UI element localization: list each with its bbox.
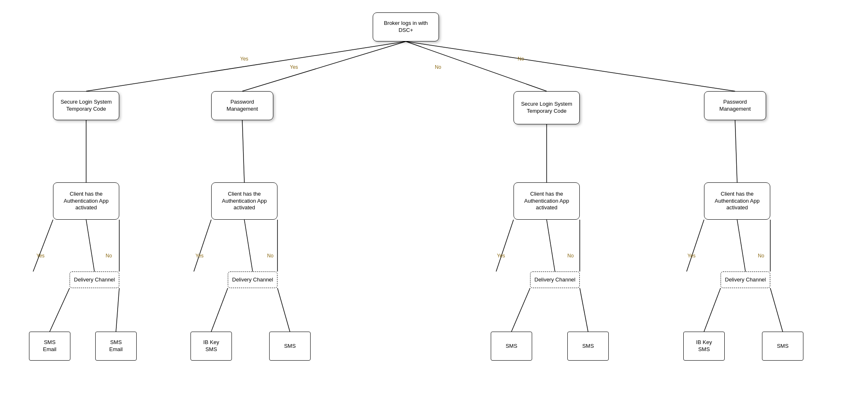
svg-line-22: [194, 220, 211, 272]
node-auth-app-3: Client has the Authentication App activa…: [514, 182, 580, 220]
svg-line-15: [277, 288, 290, 332]
svg-line-24: [496, 220, 514, 272]
diagram-container: Broker logs in with DSC+ Secure Login Sy…: [0, 0, 868, 400]
label-yes-a2: Yes: [195, 253, 204, 259]
label-no-a2: No: [267, 253, 273, 259]
node-auth-app-1: Client has the Authentication App activa…: [53, 182, 119, 220]
svg-line-20: [33, 220, 53, 272]
leaf-sms-4: SMS: [762, 332, 803, 361]
root-node: Broker logs in with DSC+: [373, 12, 439, 41]
leaf-ibkey-sms-1: IB Key SMS: [190, 332, 232, 361]
node-secure-login-1: Secure Login System Temporary Code: [53, 91, 119, 120]
label-yes-a3: Yes: [497, 253, 505, 259]
svg-line-3: [406, 41, 735, 91]
svg-line-11: [737, 220, 745, 272]
leaf-sms-2: SMS: [491, 332, 532, 361]
svg-line-18: [704, 288, 721, 332]
delivery-channel-3: Delivery Channel: [530, 272, 580, 288]
svg-line-9: [244, 220, 253, 272]
label-no-a4: No: [758, 253, 764, 259]
svg-line-13: [116, 288, 119, 332]
svg-line-26: [687, 220, 704, 272]
label-no-root-right: No: [518, 56, 524, 62]
leaf-sms-email-2: SMS Email: [95, 332, 137, 361]
label-yes-root-mid: Yes: [290, 64, 298, 70]
node-password-mgmt-2: Password Management: [704, 91, 766, 120]
delivery-channel-2: Delivery Channel: [228, 272, 277, 288]
node-auth-app-2: Client has the Authentication App activa…: [211, 182, 277, 220]
label-yes-a4: Yes: [687, 253, 696, 259]
svg-line-14: [211, 288, 228, 332]
node-password-mgmt-1: Password Management: [211, 91, 273, 120]
leaf-sms-3: SMS: [567, 332, 609, 361]
svg-line-8: [86, 220, 94, 272]
svg-line-16: [511, 288, 530, 332]
svg-line-19: [770, 288, 783, 332]
svg-line-5: [242, 120, 244, 182]
label-yes-a1: Yes: [36, 253, 45, 259]
leaf-ibkey-sms-2: IB Key SMS: [683, 332, 725, 361]
svg-line-7: [735, 120, 737, 182]
label-no-a1: No: [106, 253, 112, 259]
svg-line-10: [547, 220, 555, 272]
svg-line-0: [86, 41, 406, 91]
svg-line-17: [580, 288, 588, 332]
label-yes-root-left: Yes: [240, 56, 248, 62]
node-secure-login-2: Secure Login System Temporary Code: [514, 91, 580, 124]
leaf-sms-1: SMS: [269, 332, 311, 361]
delivery-channel-4: Delivery Channel: [721, 272, 770, 288]
leaf-sms-email-1: SMS Email: [29, 332, 70, 361]
node-auth-app-4: Client has the Authentication App activa…: [704, 182, 770, 220]
label-no-root-mid: No: [435, 64, 441, 70]
svg-line-2: [406, 41, 547, 91]
svg-line-12: [50, 288, 70, 332]
delivery-channel-1: Delivery Channel: [70, 272, 119, 288]
label-no-a3: No: [567, 253, 574, 259]
svg-line-1: [242, 41, 406, 91]
